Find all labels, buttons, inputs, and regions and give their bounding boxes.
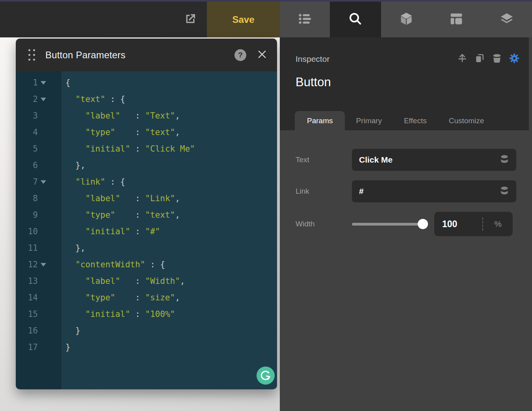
layers-icon [499,11,515,28]
code-line[interactable]: "type" : "text", [65,124,277,141]
code-line[interactable]: "contentWidth" : { [65,256,277,273]
dialog-header: Button Parameters ? [16,39,277,71]
gutter-line[interactable]: 12 [16,256,61,273]
nav-tab-components[interactable] [389,2,424,37]
gutter-line[interactable]: 6 [16,157,61,174]
gutter-line[interactable]: 1 [16,74,61,91]
fold-arrow-icon[interactable] [41,81,46,85]
code-line[interactable]: "type" : "text", [65,207,277,223]
gutter-line[interactable]: 5 [16,141,61,157]
slider-track[interactable] [352,223,428,226]
help-button[interactable]: ? [234,49,246,61]
data-binding-button[interactable] [499,186,510,197]
code-line[interactable]: "initial" : "100%" [65,306,277,322]
json-code-editor[interactable]: 1234567891011121314151617 { "text" : { "… [16,71,277,389]
text-field-label: Text [296,156,352,164]
width-field-label: Width [296,220,352,228]
tab-params[interactable]: Params [295,111,345,130]
code-line[interactable]: }, [65,240,277,256]
copy-icon [474,53,485,65]
fold-arrow-icon[interactable] [41,263,46,267]
gutter-line[interactable]: 9 [16,207,61,223]
toolbar-right-tabs [381,2,532,37]
fold-arrow-icon[interactable] [41,98,46,101]
link-field-label: Link [296,187,352,196]
gutter-line[interactable]: 8 [16,190,61,207]
gear-icon [508,52,520,66]
gutter-line[interactable]: 10 [16,223,61,240]
code-line[interactable]: "label" : "Link", [65,190,277,207]
layout-icon [448,11,464,28]
button-parameters-dialog: Button Parameters ? 12345678910111213141… [16,39,277,389]
code-line[interactable]: "text" : { [65,91,277,107]
nav-tab-layers[interactable] [489,2,525,37]
open-in-new-icon [183,12,197,28]
gutter-line[interactable]: 16 [16,322,61,339]
search-icon [348,11,363,28]
code-line[interactable]: } [65,322,277,339]
save-button[interactable]: Save [207,2,280,37]
link-input[interactable]: # [352,180,516,202]
duplicate-button[interactable] [474,53,485,65]
save-button-label: Save [232,14,254,25]
gutter-line[interactable]: 15 [16,306,61,322]
code-lines[interactable]: { "text" : { "label" : "Text", "type" : … [61,71,277,389]
close-button[interactable] [257,49,268,61]
database-icon [499,154,510,166]
tab-primary[interactable]: Primary [345,111,392,130]
nav-tab-layout[interactable] [439,2,474,37]
gutter-line[interactable]: 17 [16,339,61,355]
cube-icon [398,11,414,28]
component-title: Button [296,75,331,89]
app-window: Save [0,0,532,411]
fold-arrow-icon[interactable] [41,180,46,184]
gutter-line[interactable]: 11 [16,240,61,256]
gutter-line[interactable]: 13 [16,273,61,289]
data-binding-button[interactable] [499,154,510,165]
code-line[interactable]: "type" : "size", [65,289,277,306]
question-mark-icon: ? [238,51,243,59]
gutter-line[interactable]: 7 [16,174,61,190]
width-field-row: Width 100 % [296,212,516,236]
close-icon [257,49,268,61]
gutter-line[interactable]: 3 [16,107,61,124]
code-line[interactable]: { [65,74,277,91]
code-line[interactable]: "initial" : "#" [65,223,277,240]
code-line[interactable]: } [65,339,277,355]
gutter-line[interactable]: 2 [16,91,61,107]
delete-button[interactable] [491,53,503,65]
link-input-value: # [359,187,499,196]
lift-button[interactable] [456,53,468,65]
code-line[interactable]: }, [65,157,277,174]
gutter: 1234567891011121314151617 [16,71,61,389]
trash-icon [491,53,502,65]
top-toolbar: Save [0,0,532,37]
text-input[interactable]: Click Me [352,149,516,171]
panel-right-edge [529,37,532,130]
tab-effects[interactable]: Effects [393,111,438,130]
inspector-tabs: Params Primary Effects Customize [295,111,495,130]
params-form: Text Click Me Link [280,130,532,236]
code-line[interactable]: "label" : "Text", [65,107,277,124]
gutter-line[interactable]: 14 [16,289,61,306]
text-input-value: Click Me [359,155,499,165]
width-value-box: 100 % [434,212,513,236]
grammarly-button[interactable] [257,367,275,385]
nav-tab-find[interactable] [330,2,381,37]
nav-tab-outline[interactable] [280,2,330,37]
width-unit-label: % [483,219,513,229]
drag-handle-icon[interactable] [28,49,35,61]
gutter-line[interactable]: 4 [16,124,61,141]
code-line[interactable]: "link" : { [65,174,277,190]
code-line[interactable]: "label" : "Width", [65,273,277,289]
width-value-input[interactable]: 100 [434,219,482,230]
slider-thumb[interactable] [418,219,428,229]
database-icon [499,185,510,197]
code-line[interactable]: "initial" : "Click Me" [65,141,277,157]
grammarly-icon [257,379,275,386]
text-field-row: Text Click Me [296,149,516,171]
settings-button[interactable] [508,53,520,65]
export-button[interactable] [173,2,207,37]
inspector-panel: Inspector [280,37,532,411]
tab-customize[interactable]: Customize [438,111,495,130]
